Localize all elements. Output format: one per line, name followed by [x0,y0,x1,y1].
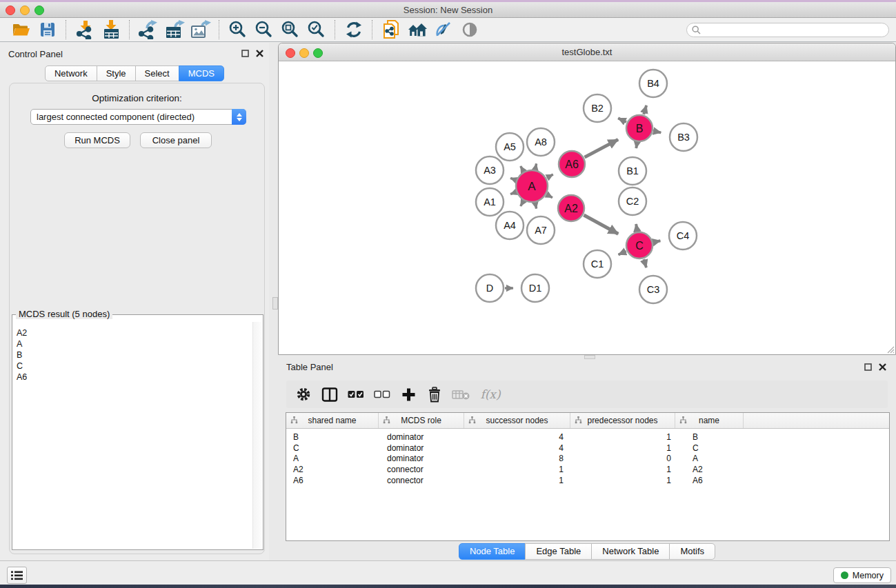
search-field[interactable] [686,23,889,37]
select-all-button[interactable] [343,383,369,405]
node-table[interactable]: shared nameMCDS rolesuccessor nodesprede… [286,412,890,541]
delete-column-button[interactable] [421,383,448,405]
minimize-window-button[interactable] [20,6,30,15]
export-table-button[interactable] [161,19,188,40]
table-cell[interactable]: B [286,432,379,442]
column-header[interactable]: shared name [286,413,379,428]
column-header[interactable]: name [675,413,744,428]
list-item[interactable]: A [17,338,252,349]
table-cell[interactable]: 8 [464,454,570,463]
table-cell[interactable]: dominator [379,454,464,463]
table-cell[interactable]: C [675,443,744,453]
graph-edge[interactable] [510,178,516,180]
zoom-selected-button[interactable] [303,19,330,40]
table-cell[interactable]: 4 [464,432,570,442]
graph-edge[interactable] [644,259,646,267]
graph-node[interactable]: B3 [670,123,697,151]
graph-edge[interactable] [547,194,552,198]
graph-node[interactable]: C1 [584,250,611,278]
resize-grip-icon[interactable] [885,344,895,354]
table-cell[interactable]: A6 [675,476,744,485]
close-panel-button[interactable]: Close panel [140,132,212,148]
graph-edge[interactable] [547,174,553,178]
graph-edge[interactable] [618,118,626,122]
float-panel-icon[interactable] [864,363,872,371]
graph-edge[interactable] [535,163,537,169]
graph-node[interactable]: A3 [476,156,504,184]
table-cell[interactable]: 1 [464,476,570,485]
tab-select[interactable]: Select [135,65,179,81]
tab-network[interactable]: Network [45,65,97,81]
table-cell[interactable]: 4 [464,443,570,453]
table-cell[interactable]: 1 [570,432,675,442]
list-item[interactable]: A6 [17,372,252,383]
list-item[interactable]: B [17,349,252,361]
tab-motifs[interactable]: Motifs [669,543,715,560]
save-session-button[interactable] [34,19,61,40]
run-mcds-button[interactable]: Run MCDS [64,132,130,148]
graph-edge[interactable] [521,201,524,206]
function-builder-button[interactable]: f(x) [474,383,507,405]
graph-edge[interactable] [521,166,524,171]
column-header[interactable]: MCDS role [379,413,464,428]
table-row[interactable]: A6connector11A6 [286,475,889,486]
graph-node[interactable]: C3 [639,276,667,303]
graph-node[interactable]: D [476,274,504,302]
zoom-fit-button[interactable] [277,19,303,40]
column-header[interactable]: predecessor nodes [570,413,675,428]
table-cell[interactable]: A2 [675,465,744,474]
graph-edge[interactable] [644,105,646,114]
column-header[interactable]: successor nodes [464,413,570,428]
table-row[interactable]: Adominator80A [286,453,889,464]
table-row[interactable]: A2connector11A2 [286,464,889,475]
graph-node[interactable]: B1 [619,157,646,185]
table-row[interactable]: Bdominator41B [286,432,889,443]
table-cell[interactable]: B [675,432,744,442]
table-cell[interactable]: connector [379,465,464,474]
graph-node[interactable]: C4 [669,222,697,250]
graph-node[interactable]: A2 [558,195,584,221]
graph-node[interactable]: A8 [527,128,555,156]
table-cell[interactable]: 1 [570,465,675,474]
table-cell[interactable]: dominator [379,432,464,442]
vertical-splitter-handle[interactable] [272,297,278,310]
unselect-all-button[interactable] [369,383,395,405]
table-cell[interactable]: C [286,443,379,453]
memory-button[interactable]: Memory [833,567,891,583]
result-list-scrollbar[interactable] [252,322,262,549]
table-cell[interactable]: A2 [286,465,379,474]
graph-node[interactable]: D1 [521,274,549,302]
show-column-button[interactable] [317,383,343,405]
tab-network-table[interactable]: Network Table [591,543,670,560]
duplicate-network-button[interactable] [378,19,404,40]
show-details-button[interactable] [457,19,483,40]
graph-node[interactable]: C2 [619,187,646,215]
open-session-button[interactable] [8,19,34,40]
list-item[interactable]: C [17,361,252,372]
refresh-layout-button[interactable] [341,19,367,40]
table-cell[interactable]: 0 [570,454,675,463]
home-button[interactable] [404,19,430,40]
float-panel-icon[interactable] [241,50,249,57]
table-cell[interactable]: dominator [379,443,464,453]
graph-node[interactable]: B2 [584,94,611,122]
table-cell[interactable]: 1 [570,443,675,453]
export-image-button[interactable] [188,19,214,40]
graph-edge[interactable] [636,143,637,148]
import-network-button[interactable] [72,19,98,40]
tab-edge-table[interactable]: Edge Table [525,543,592,560]
graph-node[interactable]: A7 [527,216,555,244]
export-network-button[interactable] [135,19,161,40]
graph-node[interactable]: A4 [496,212,524,239]
graph-edge[interactable] [535,203,537,208]
graph-edge[interactable] [619,251,626,254]
graph-edge[interactable] [653,241,660,242]
zoom-out-button[interactable] [251,19,277,40]
network-zoom-button[interactable] [313,48,323,58]
close-panel-icon[interactable] [256,50,263,57]
tab-mcds[interactable]: MCDS [179,65,224,81]
close-panel-icon[interactable] [879,363,886,371]
zoom-window-button[interactable] [34,6,44,15]
graph-node[interactable]: A [516,170,548,202]
table-cell[interactable]: A [286,454,379,463]
